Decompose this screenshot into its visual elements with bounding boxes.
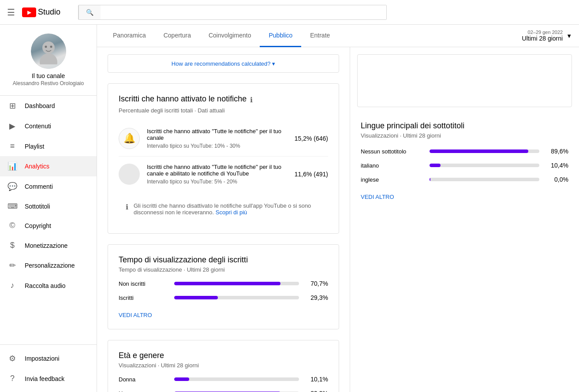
sidebar-item-impostazioni[interactable]: ⚙ Impostazioni — [0, 348, 97, 369]
youtube-icon — [22, 7, 36, 17]
notif-text-0: Iscritti che hanno attivato "Tutte le no… — [147, 128, 288, 141]
tab-coinvolgimento[interactable]: Coinvolgimento — [200, 25, 260, 47]
tab-panoramica[interactable]: Panoramica — [104, 25, 155, 47]
date-selector[interactable]: 02–29 gen 2022 Ultimi 28 giorni ▼ — [522, 30, 572, 42]
sidebar-item-copyright[interactable]: © Copyright — [0, 216, 97, 235]
age-gender-subtitle: Visualizzazioni · Ultimi 28 giorni — [119, 362, 328, 369]
lingue-card: Lingue principali dei sottotitoli Visual… — [357, 118, 572, 204]
channel-subtitle: Alessandro Restivo Orologiaio — [7, 80, 90, 86]
watchtime-label-0: Non iscritti — [119, 280, 167, 287]
recommendations-link[interactable]: How are recommendations calculated? ▾ — [172, 60, 275, 67]
content-area: How are recommendations calculated? ▾ Is… — [97, 47, 579, 392]
lang-bar-fill-1 — [430, 164, 441, 167]
channel-name: Il tuo canale — [7, 72, 90, 79]
lang-label-2: inglese — [361, 176, 422, 183]
lang-bar-track-0 — [430, 149, 539, 153]
scopri-piu-link[interactable]: Scopri di più — [216, 209, 247, 216]
topbar: ☰ Studio 🔍 — [0, 0, 579, 25]
sottotitoli-label: Sottotitoli — [25, 203, 50, 210]
tabs-bar: Panoramica Copertura Coinvolgimento Pubb… — [97, 25, 579, 47]
age-value-donna: 10,1% — [306, 376, 328, 383]
sidebar-bottom: ⚙ Impostazioni ? Invia feedback — [0, 344, 97, 392]
tab-entrate[interactable]: Entrate — [301, 25, 339, 47]
lang-bar-track-2 — [430, 178, 539, 181]
side-column: Lingue principali dei sottotitoli Visual… — [350, 47, 579, 392]
info-icon: ℹ — [126, 203, 128, 211]
date-range: 02–29 gen 2022 — [522, 30, 563, 35]
watchtime-row-0: Non iscritti 70,7% — [119, 280, 328, 287]
contenuti-label: Contenuti — [25, 123, 51, 130]
sidebar: Il tuo canale Alessandro Restivo Orologi… — [0, 25, 97, 392]
age-bar-fill-donna — [174, 377, 189, 381]
watchtime-bar-fill-1 — [174, 296, 218, 299]
age-bar-track-donna — [174, 377, 299, 381]
channel-info: Il tuo canale Alessandro Restivo Orologi… — [0, 25, 97, 96]
topbar-left: ☰ Studio — [7, 7, 60, 18]
tab-copertura[interactable]: Copertura — [155, 25, 200, 47]
tab-pubblico[interactable]: Pubblico — [260, 25, 301, 47]
lingue-title: Lingue principali dei sottotitoli — [361, 121, 568, 131]
contenuti-icon: ▶ — [7, 121, 18, 131]
raccolta-audio-icon: ♪ — [7, 281, 18, 290]
main-column: How are recommendations calculated? ▾ Is… — [97, 47, 350, 392]
notif-range-0: Intervallo tipico su YouTube: 10% - 30% — [147, 143, 288, 149]
avatar — [31, 34, 66, 69]
lang-row-1: italiano 10,4% — [361, 162, 568, 169]
hamburger-icon[interactable]: ☰ — [7, 7, 15, 18]
youtube-studio-logo: Studio — [22, 7, 60, 17]
lang-label-1: italiano — [361, 162, 422, 169]
watchtime-vedi-altro[interactable]: VEDI ALTRO — [119, 312, 152, 318]
notif-item-0: 🔔 Iscritti che hanno attivato "Tutte le … — [119, 121, 328, 157]
sidebar-item-sottotitoli[interactable]: ⌨ Sottotitoli — [0, 197, 97, 216]
lang-row-0: Nessun sottotitolo 89,6% — [361, 148, 568, 155]
sottotitoli-icon: ⌨ — [7, 202, 18, 210]
lingue-subtitle: Visualizzazioni · Ultimi 28 giorni — [361, 132, 568, 139]
sidebar-item-analytics[interactable]: 📊 Analytics — [0, 156, 97, 176]
notif-value-1: 11,6% (491) — [295, 171, 328, 178]
sidebar-item-monetizzazione[interactable]: $ Monetizzazione — [0, 235, 97, 255]
notif-item-1: Iscritti che hanno attivato "Tutte le no… — [119, 157, 328, 192]
raccolta-audio-label: Raccolta audio — [25, 282, 66, 289]
impostazioni-icon: ⚙ — [7, 354, 18, 363]
date-text: 02–29 gen 2022 Ultimi 28 giorni — [522, 30, 563, 42]
lang-value-0: 89,6% — [546, 148, 568, 155]
lingue-vedi-altro[interactable]: VEDI ALTRO — [361, 194, 394, 200]
sidebar-item-personalizzazione[interactable]: ✏ Personalizzazione — [0, 255, 97, 276]
main-content: Panoramica Copertura Coinvolgimento Pubb… — [97, 25, 579, 392]
dashboard-icon: ⊞ — [7, 101, 18, 111]
playlist-icon: ≡ — [7, 142, 18, 151]
sidebar-item-raccolta-audio[interactable]: ♪ Raccolta audio — [0, 276, 97, 295]
watchtime-value-1: 29,3% — [306, 294, 328, 301]
notifications-info-box: ℹ Gli iscritti che hanno disattivato le … — [119, 195, 328, 223]
impostazioni-label: Impostazioni — [25, 355, 60, 362]
watchtime-bar-track-1 — [174, 296, 299, 299]
sidebar-item-commenti[interactable]: 💬 Commenti — [0, 176, 97, 197]
personalizzazione-icon: ✏ — [7, 261, 18, 270]
age-gender-title: Età e genere — [119, 351, 328, 360]
notifications-info-icon: ℹ — [250, 96, 253, 104]
search-input[interactable] — [101, 5, 386, 19]
lang-bar-fill-2 — [430, 178, 430, 181]
playlist-label: Playlist — [25, 143, 44, 150]
commenti-label: Commenti — [25, 183, 53, 190]
age-gender-card: Età e genere Visualizzazioni · Ultimi 28… — [108, 340, 339, 392]
notif-details-0: Iscritti che hanno attivato "Tutte le no… — [147, 128, 288, 149]
recommendations-card: How are recommendations calculated? ▾ — [108, 54, 339, 73]
sidebar-item-contenuti[interactable]: ▶ Contenuti — [0, 116, 97, 136]
copyright-label: Copyright — [25, 222, 51, 229]
watchtime-bar-fill-0 — [174, 282, 280, 285]
lang-bar-track-1 — [430, 164, 539, 167]
search-icon[interactable]: 🔍 — [78, 5, 101, 19]
sidebar-item-dashboard[interactable]: ⊞ Dashboard — [0, 96, 97, 116]
sidebar-item-feedback[interactable]: ? Invia feedback — [0, 369, 97, 388]
avatar-image — [35, 38, 62, 64]
studio-text: Studio — [38, 7, 60, 17]
copyright-icon: © — [7, 221, 18, 230]
personalizzazione-label: Personalizzazione — [25, 262, 75, 269]
commenti-icon: 💬 — [7, 182, 18, 191]
lang-row-2: inglese 0,0% — [361, 176, 568, 183]
notifications-card: Iscritti che hanno attivato le notifiche… — [108, 83, 339, 234]
sidebar-item-playlist[interactable]: ≡ Playlist — [0, 136, 97, 156]
notif-details-1: Iscritti che hanno attivato "Tutte le no… — [147, 164, 288, 185]
analytics-label: Analytics — [25, 163, 49, 170]
